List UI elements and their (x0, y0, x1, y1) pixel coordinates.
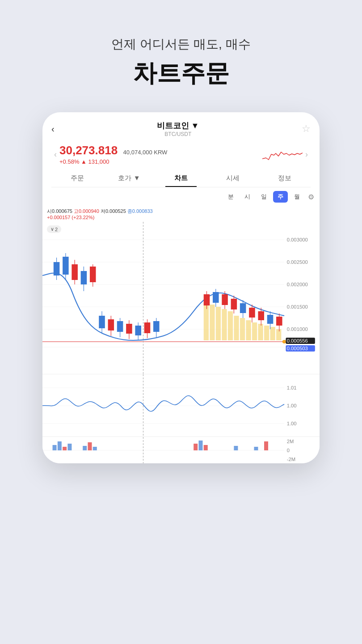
svg-rect-38 (240, 318, 245, 340)
coin-title-area: 비트코인 ▼ BTC/USDT (157, 120, 199, 137)
svg-text:0.000556: 0.000556 (287, 339, 308, 343)
svg-rect-54 (240, 303, 246, 313)
svg-text:2M: 2M (287, 439, 294, 444)
svg-text:0: 0 (287, 448, 290, 453)
svg-rect-93 (254, 447, 258, 450)
svg-rect-11 (63, 257, 69, 275)
svg-rect-19 (99, 316, 105, 328)
collapse-button[interactable]: ∨ 2 (47, 225, 61, 233)
price-krw: 40,074,000 KRW (123, 149, 168, 156)
svg-point-63 (282, 340, 286, 343)
stat-close: 종0.000833 (127, 208, 153, 214)
svg-text:0.002000: 0.002000 (287, 282, 308, 287)
svg-rect-44 (276, 329, 281, 340)
svg-rect-36 (228, 311, 233, 340)
volume-svg: 2M 0 -2M (42, 437, 320, 463)
svg-rect-92 (234, 446, 238, 450)
svg-rect-62 (276, 317, 282, 326)
svg-rect-42 (264, 326, 269, 340)
svg-rect-35 (222, 309, 227, 340)
svg-text:0.002500: 0.002500 (287, 260, 308, 265)
time-btn-hour[interactable]: 시 (240, 191, 255, 203)
svg-rect-37 (234, 316, 239, 340)
svg-rect-39 (246, 320, 251, 340)
tab-orderbook[interactable]: 호가 ▼ (103, 169, 155, 187)
hero-title: 차트주문 (111, 57, 250, 90)
svg-rect-48 (213, 292, 219, 303)
chart-area: 시0.000675 고0.000940 저0.000525 종0.000833 … (42, 206, 320, 463)
svg-text:-2M: -2M (287, 457, 295, 462)
svg-text:0.003000: 0.003000 (287, 237, 308, 242)
svg-text:1.00: 1.00 (287, 403, 297, 408)
price-nav-left[interactable]: ‹ (51, 150, 59, 159)
svg-rect-89 (194, 444, 198, 450)
svg-text:0.001500: 0.001500 (287, 305, 308, 309)
tab-info[interactable]: 정보 (259, 169, 311, 187)
favorite-button[interactable]: ☆ (302, 123, 311, 135)
svg-text:0.001000: 0.001000 (287, 327, 308, 332)
svg-rect-87 (88, 442, 92, 450)
svg-text:1.00: 1.00 (287, 421, 297, 426)
price-info: 30,273.818 40,074,000 KRW +0.58% ▲ 131,0… (59, 144, 262, 165)
back-button[interactable]: ‹ (51, 124, 55, 134)
time-btn-week[interactable]: 주 (273, 191, 288, 203)
svg-rect-15 (81, 271, 87, 284)
mini-sparkline (262, 145, 303, 163)
coin-pair: BTC/USDT (164, 131, 191, 137)
svg-rect-33 (210, 305, 215, 340)
app-header: ‹ 비트코인 ▼ BTC/USDT ☆ ‹ 30,273.818 40,074,… (42, 112, 320, 187)
tab-bar: 주문 호가 ▼ 차트 시세 정보 (51, 169, 311, 187)
stat-high: 고0.000940 (74, 208, 101, 214)
stat-low: 저0.000525 (101, 208, 127, 214)
indicator-svg: 1.01 1.00 1.00 (42, 374, 320, 436)
time-btn-day[interactable]: 일 (257, 191, 271, 203)
stat-change: +0.000157 (+23.22%) (47, 215, 94, 220)
time-btn-month[interactable]: 월 (290, 191, 304, 203)
stat-open: 시0.000675 (47, 208, 74, 214)
chart-svg: 0.003000 0.002500 0.002000 0.001500 0.00… (42, 222, 320, 374)
svg-rect-58 (258, 311, 264, 320)
svg-rect-29 (144, 322, 151, 333)
tab-order[interactable]: 주문 (51, 169, 103, 187)
time-btn-min[interactable]: 분 (223, 191, 238, 203)
svg-rect-85 (67, 444, 72, 450)
tab-chart[interactable]: 차트 (155, 169, 207, 187)
svg-rect-9 (54, 262, 60, 275)
svg-rect-41 (258, 324, 263, 340)
volume-area: 2M 0 -2M (42, 436, 320, 463)
price-row: ‹ 30,273.818 40,074,000 KRW +0.58% ▲ 131… (51, 140, 311, 169)
svg-rect-91 (204, 445, 208, 450)
svg-rect-27 (135, 326, 141, 335)
price-value: 30,273.818 (59, 144, 118, 157)
hero-subtitle: 언제 어디서든 매도, 매수 (111, 36, 250, 53)
svg-text:1.01: 1.01 (287, 386, 297, 390)
svg-rect-84 (63, 447, 67, 450)
svg-rect-40 (252, 322, 257, 340)
svg-rect-83 (58, 441, 62, 450)
chart-settings-icon[interactable]: ⚙ (308, 193, 314, 201)
candlestick-chart[interactable]: ∨ 2 (42, 222, 320, 374)
svg-rect-32 (204, 302, 209, 340)
svg-rect-50 (222, 294, 228, 305)
phone-mockup: ‹ 비트코인 ▼ BTC/USDT ☆ ‹ 30,273.818 40,074,… (42, 112, 320, 463)
svg-rect-46 (204, 294, 210, 305)
svg-text:0.000503: 0.000503 (287, 346, 308, 351)
svg-rect-31 (153, 321, 160, 332)
svg-rect-82 (53, 445, 57, 450)
svg-rect-13 (72, 264, 78, 280)
svg-rect-23 (117, 321, 123, 332)
svg-rect-88 (93, 447, 97, 450)
chart-stats: 시0.000675 고0.000940 저0.000525 종0.000833 … (42, 206, 320, 222)
svg-rect-34 (216, 307, 221, 340)
svg-rect-52 (231, 299, 237, 309)
svg-rect-56 (249, 308, 255, 318)
price-change: +0.58% ▲ 131,000 (59, 158, 262, 165)
indicator-area: 1.01 1.00 1.00 (42, 374, 320, 436)
price-nav-right[interactable]: › (303, 150, 311, 159)
chart-controls: 분 시 일 주 월 ⚙ (42, 187, 320, 206)
svg-rect-17 (90, 267, 96, 282)
svg-rect-43 (270, 327, 275, 340)
hero-section: 언제 어디서든 매도, 매수 차트주문 (111, 36, 250, 90)
tab-price[interactable]: 시세 (207, 169, 259, 187)
svg-rect-60 (267, 315, 274, 324)
